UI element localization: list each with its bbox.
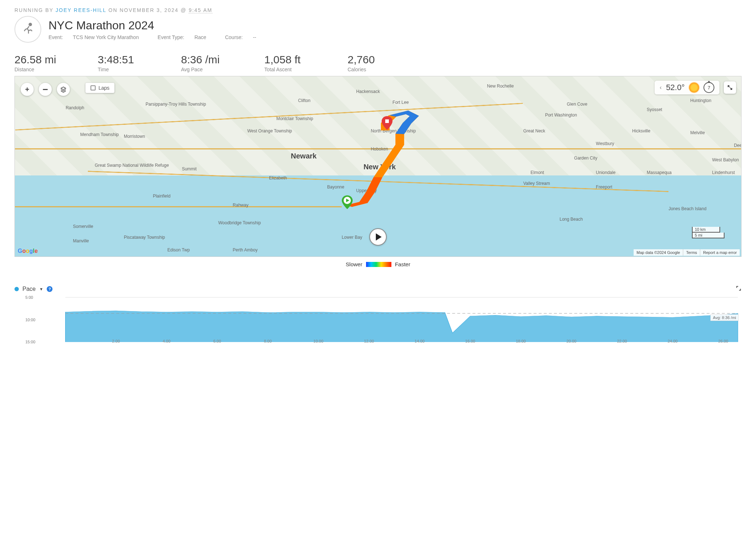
chart-fullscreen-button[interactable] bbox=[736, 285, 742, 293]
series-color-dot bbox=[14, 287, 19, 291]
route-map[interactable]: New YorkNewarkHackensackNew RochelleClif… bbox=[14, 76, 742, 257]
activity-header: RUNNING BY JOEY REES-HILL ON NOVEMBER 3,… bbox=[14, 7, 742, 13]
stat-distance: 26.58 mi Distance bbox=[14, 54, 69, 72]
play-route-button[interactable] bbox=[369, 228, 387, 246]
checkbox-icon bbox=[91, 85, 96, 90]
running-icon bbox=[14, 16, 41, 43]
map-report-link[interactable]: Report a map error bbox=[700, 249, 740, 256]
finish-marker-icon bbox=[382, 116, 392, 130]
map-fullscreen-button[interactable] bbox=[724, 81, 736, 94]
chart-y-tick: 15:00 bbox=[25, 340, 35, 344]
chevron-left-icon[interactable]: ‹ bbox=[660, 84, 662, 91]
chart-x-tick: 6.00 bbox=[213, 339, 221, 343]
event-type: Race bbox=[194, 34, 206, 40]
stat-time: 3:48:51 Time bbox=[98, 54, 152, 72]
stat-calories: 2,760 Calories bbox=[348, 54, 402, 72]
stat-pace: 8:36 /mi Avg Pace bbox=[181, 54, 235, 72]
chevron-down-icon: ▼ bbox=[39, 287, 43, 291]
course-name: -- bbox=[253, 34, 256, 40]
weather-widget[interactable]: ‹ 52.0° 7 bbox=[655, 81, 719, 94]
meta-line: Event: TCS New York City Marathon Event … bbox=[49, 34, 274, 40]
author-link[interactable]: JOEY REES-HILL bbox=[56, 7, 106, 13]
chart-x-tick: 26.00 bbox=[718, 339, 728, 343]
map-attribution: Map data ©2024 Google Terms Report a map… bbox=[634, 249, 740, 256]
info-icon[interactable]: ? bbox=[47, 286, 52, 292]
chart-x-tick: 8.00 bbox=[264, 339, 272, 343]
chart-x-tick: 18.00 bbox=[516, 339, 526, 343]
event-name: TCS New York City Marathon bbox=[73, 34, 139, 40]
chart-x-tick: 24.00 bbox=[668, 339, 678, 343]
wind-badge: 7 bbox=[704, 82, 714, 93]
chart-y-tick: 5:00 bbox=[25, 295, 33, 300]
chart-x-tick: 22.00 bbox=[617, 339, 627, 343]
stats-row: 26.58 mi Distance 3:48:51 Time 8:36 /mi … bbox=[14, 54, 742, 72]
google-logo: Google bbox=[18, 248, 38, 254]
chart-x-tick: 20.00 bbox=[566, 339, 576, 343]
start-marker-icon bbox=[342, 195, 353, 209]
chart-x-tick: 10.00 bbox=[314, 339, 324, 343]
pace-color-legend: Slower Faster bbox=[14, 261, 742, 267]
svg-rect-2 bbox=[385, 119, 389, 123]
zoom-in-button[interactable]: + bbox=[21, 83, 34, 96]
layers-button[interactable] bbox=[57, 83, 70, 96]
activity-time: 9:45 AM bbox=[189, 7, 212, 13]
svg-point-0 bbox=[29, 23, 32, 26]
chart-metric-selector[interactable]: Pace ▼ ? bbox=[14, 286, 52, 292]
chart-x-tick: 12.00 bbox=[364, 339, 374, 343]
temperature: 52.0° bbox=[666, 83, 685, 92]
pace-chart-section: Pace ▼ ? 5:0010:0015:00 2.004.006.008.00… bbox=[14, 285, 742, 343]
map-scale: 10 km 5 mi bbox=[692, 227, 724, 238]
chart-x-tick: 2.00 bbox=[112, 339, 120, 343]
laps-toggle[interactable]: Laps bbox=[85, 83, 114, 93]
stat-ascent: 1,058 ft Total Ascent bbox=[264, 54, 319, 72]
gradient-bar bbox=[366, 262, 391, 267]
map-terms-link[interactable]: Terms bbox=[683, 249, 700, 256]
pace-chart[interactable]: 5:0010:0015:00 2.004.006.008.0010.0012.0… bbox=[14, 296, 742, 343]
activity-date: NOVEMBER 3, 2024 bbox=[119, 7, 178, 13]
sun-icon bbox=[689, 82, 699, 93]
chart-x-tick: 14.00 bbox=[415, 339, 425, 343]
avg-pace-label: Avg: 8:36 /mi bbox=[710, 314, 739, 321]
chart-y-tick: 10:00 bbox=[25, 318, 35, 322]
chart-x-tick: 4.00 bbox=[163, 339, 170, 343]
page-title: NYC Marathon 2024 bbox=[49, 19, 274, 32]
activity-type: RUNNING bbox=[14, 7, 43, 13]
zoom-out-button[interactable]: − bbox=[39, 83, 52, 96]
chart-x-tick: 16.00 bbox=[465, 339, 475, 343]
